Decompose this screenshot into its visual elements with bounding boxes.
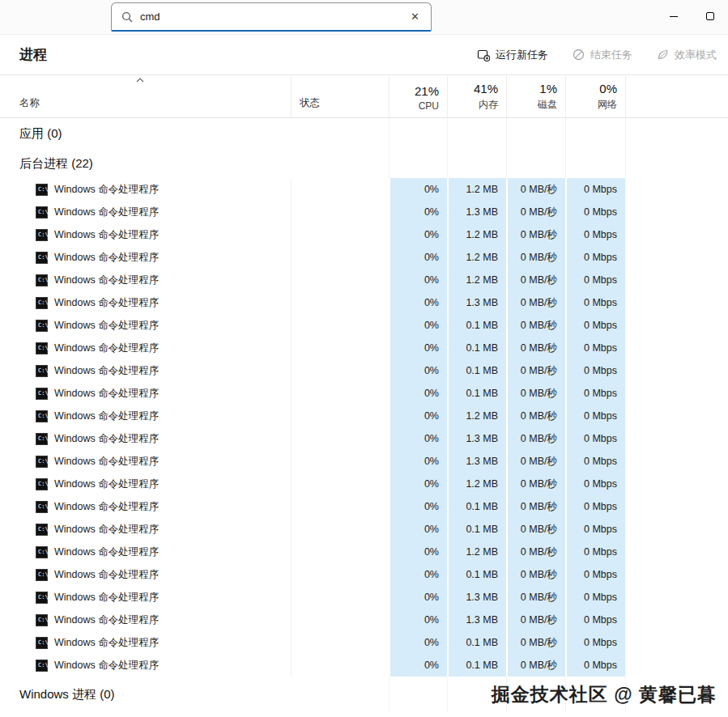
cmd-icon: C:\: [36, 569, 48, 581]
process-row[interactable]: C:\ Windows 命令处理程序 0% 1.2 MB 0 MB/秒 0 Mb…: [0, 269, 728, 291]
clear-search-icon[interactable]: ✕: [409, 11, 421, 23]
cell-spacer: [625, 359, 728, 382]
efficiency-mode-button[interactable]: 效率模式: [657, 48, 717, 62]
cell-spacer: [625, 246, 728, 269]
cell-network: 0 Mbps: [565, 427, 625, 450]
process-row[interactable]: C:\ Windows 命令处理程序 0% 1.2 MB 0 MB/秒 0 Mb…: [0, 246, 728, 269]
process-row[interactable]: C:\ Windows 命令处理程序 0% 1.3 MB 0 MB/秒 0 Mb…: [0, 586, 728, 609]
header-spacer: [625, 75, 728, 117]
cell-cpu: 0%: [389, 541, 447, 563]
process-row[interactable]: C:\ Windows 命令处理程序 0% 0.1 MB 0 MB/秒 0 Mb…: [0, 382, 728, 405]
process-name: Windows 命令处理程序: [54, 342, 159, 355]
run-new-task-button[interactable]: 运行新任务: [477, 48, 548, 62]
cell-disk: 0 MB/秒: [506, 359, 565, 382]
process-row[interactable]: C:\ Windows 命令处理程序 0% 0.1 MB 0 MB/秒 0 Mb…: [0, 518, 728, 541]
minimize-button[interactable]: [655, 0, 692, 32]
cell-spacer: [625, 654, 728, 677]
column-header-network[interactable]: 0% 网络: [565, 75, 625, 117]
cell-memory: 1.3 MB: [447, 201, 506, 223]
column-header-name[interactable]: 名称: [0, 75, 291, 117]
process-name: Windows 命令处理程序: [54, 477, 159, 491]
column-header-disk[interactable]: 1% 磁盘: [506, 75, 565, 117]
cmd-icon: C:\: [36, 388, 48, 400]
cell-spacer: [625, 405, 728, 427]
cmd-icon: C:\: [36, 546, 48, 558]
network-total: 0%: [599, 82, 617, 95]
cell-status: [291, 405, 389, 427]
cell-cpu: 0%: [389, 359, 447, 382]
cell-disk: 0 MB/秒: [506, 223, 565, 246]
cell-disk: 0 MB/秒: [506, 450, 565, 473]
cell-spacer: [625, 541, 728, 563]
search-box[interactable]: ✕: [111, 2, 432, 32]
process-row[interactable]: C:\ Windows 命令处理程序 0% 1.3 MB 0 MB/秒 0 Mb…: [0, 291, 728, 314]
process-row[interactable]: C:\ Windows 命令处理程序 0% 1.3 MB 0 MB/秒 0 Mb…: [0, 609, 728, 631]
process-name: Windows 命令处理程序: [54, 659, 159, 672]
group-label: 应用 (0): [0, 126, 291, 142]
process-row[interactable]: C:\ Windows 命令处理程序 0% 0.1 MB 0 MB/秒 0 Mb…: [0, 654, 728, 677]
cell-spacer: [625, 269, 728, 291]
process-name: Windows 命令处理程序: [54, 364, 159, 378]
process-name: Windows 命令处理程序: [54, 500, 159, 514]
process-row[interactable]: C:\ Windows 命令处理程序 0% 1.2 MB 0 MB/秒 0 Mb…: [0, 178, 728, 201]
process-row[interactable]: C:\ Windows 命令处理程序 0% 1.2 MB 0 MB/秒 0 Mb…: [0, 541, 728, 563]
cell-spacer: [625, 382, 728, 405]
column-header-cpu[interactable]: 21% CPU: [389, 75, 447, 117]
process-row[interactable]: C:\ Windows 命令处理程序 0% 1.2 MB 0 MB/秒 0 Mb…: [0, 405, 728, 427]
process-row[interactable]: C:\ Windows 命令处理程序 0% 0.1 MB 0 MB/秒 0 Mb…: [0, 631, 728, 654]
process-row[interactable]: C:\ Windows 命令处理程序 0% 0.1 MB 0 MB/秒 0 Mb…: [0, 314, 728, 337]
cell-status: [291, 359, 389, 382]
process-table-body: 应用 (0) 后台进程 (22) C:\ Windows 命令处理程序 0% 1…: [0, 118, 728, 712]
cell-status: [291, 291, 389, 314]
end-task-button[interactable]: 结束任务: [573, 48, 632, 62]
cell-disk: 0 MB/秒: [506, 473, 565, 495]
process-name: Windows 命令处理程序: [54, 228, 159, 242]
cell-cpu: 0%: [389, 450, 447, 473]
cmd-icon: C:\: [36, 252, 48, 264]
cell-disk: 0 MB/秒: [506, 178, 565, 201]
group-header-apps[interactable]: 应用 (0): [0, 118, 728, 149]
process-row[interactable]: C:\ Windows 命令处理程序 0% 0.1 MB 0 MB/秒 0 Mb…: [0, 563, 728, 586]
group-header-windows[interactable]: Windows 进程 (0): [0, 677, 728, 712]
column-label-cpu: CPU: [419, 100, 439, 112]
process-name: Windows 命令处理程序: [54, 432, 159, 446]
cell-disk: 0 MB/秒: [506, 609, 565, 631]
cell-status: [291, 201, 389, 223]
cell-cpu: 0%: [389, 178, 447, 201]
process-row[interactable]: C:\ Windows 命令处理程序 0% 0.1 MB 0 MB/秒 0 Mb…: [0, 359, 728, 382]
process-row[interactable]: C:\ Windows 命令处理程序 0% 0.1 MB 0 MB/秒 0 Mb…: [0, 337, 728, 359]
cell-status: [291, 563, 389, 586]
cell-spacer: [625, 609, 728, 631]
cell-network: 0 Mbps: [565, 450, 625, 473]
cell-cpu: 0%: [389, 563, 447, 586]
process-row[interactable]: C:\ Windows 命令处理程序 0% 1.3 MB 0 MB/秒 0 Mb…: [0, 427, 728, 450]
maximize-button[interactable]: [692, 0, 728, 32]
cmd-icon: C:\: [36, 229, 48, 241]
process-row[interactable]: C:\ Windows 命令处理程序 0% 0.1 MB 0 MB/秒 0 Mb…: [0, 495, 728, 518]
cell-spacer: [625, 450, 728, 473]
process-row[interactable]: C:\ Windows 命令处理程序 0% 1.2 MB 0 MB/秒 0 Mb…: [0, 473, 728, 495]
cell-status: [291, 586, 389, 609]
cmd-icon: C:\: [36, 456, 48, 468]
column-header-status[interactable]: 状态: [291, 75, 389, 117]
group-label: Windows 进程 (0): [0, 687, 291, 702]
cell-cpu: 0%: [389, 518, 447, 541]
cell-cpu: 0%: [389, 314, 447, 337]
process-row[interactable]: C:\ Windows 命令处理程序 0% 1.3 MB 0 MB/秒 0 Mb…: [0, 201, 728, 223]
search-input[interactable]: [140, 11, 402, 23]
cell-memory: 0.1 MB: [447, 495, 506, 518]
process-row[interactable]: C:\ Windows 命令处理程序 0% 1.2 MB 0 MB/秒 0 Mb…: [0, 223, 728, 246]
cell-network: 0 Mbps: [565, 382, 625, 405]
column-label-network: 网络: [598, 98, 617, 112]
cell-memory: 1.2 MB: [447, 541, 506, 563]
process-row[interactable]: C:\ Windows 命令处理程序 0% 1.3 MB 0 MB/秒 0 Mb…: [0, 450, 728, 473]
column-header-memory[interactable]: 41% 内存: [447, 75, 506, 117]
group-header-background[interactable]: 后台进程 (22): [0, 149, 728, 178]
cell-status: [291, 654, 389, 677]
cell-network: 0 Mbps: [565, 563, 625, 586]
process-name: Windows 命令处理程序: [54, 206, 159, 219]
cell-status: [291, 314, 389, 337]
cmd-icon: C:\: [36, 501, 48, 513]
window-controls: [655, 0, 728, 34]
cell-memory: 1.3 MB: [447, 427, 506, 450]
